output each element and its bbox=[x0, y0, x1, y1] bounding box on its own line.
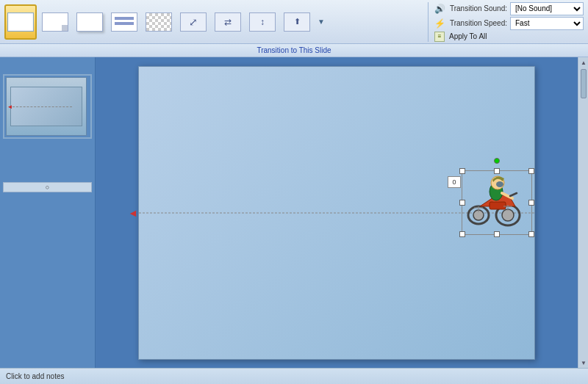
transition-btn-3[interactable] bbox=[74, 4, 106, 40]
transition-btn-1[interactable] bbox=[4, 4, 37, 40]
status-bar: Click to add notes bbox=[0, 368, 588, 384]
transition-btn-9[interactable]: ⬆ bbox=[281, 4, 313, 40]
main-slide: ◄ 0 bbox=[138, 66, 535, 360]
transition-btn-7[interactable]: ⇄ bbox=[212, 4, 244, 40]
transition-btn-6[interactable]: ⤢ bbox=[177, 4, 209, 40]
transition-btn-8[interactable]: ↕ bbox=[246, 4, 279, 40]
transition-scroll-right[interactable]: ▼ bbox=[315, 4, 327, 40]
subtitle-text: Transition to This Slide bbox=[257, 46, 331, 54]
status-text: Click to add notes bbox=[6, 372, 65, 380]
slide-panel-sidebar: ○ ◄ bbox=[0, 57, 96, 368]
resize-handle-bl[interactable] bbox=[459, 231, 465, 237]
scrollbar-thumb[interactable] bbox=[581, 69, 587, 98]
slide-thumbnail-panel[interactable]: ◄ bbox=[3, 74, 92, 139]
rotate-handle[interactable] bbox=[494, 158, 500, 164]
resize-handle-mr[interactable] bbox=[528, 200, 534, 206]
transition-btn-5[interactable] bbox=[143, 4, 175, 40]
transition-sound-row: 🔊 Transition Sound: [No Sound]ApplauseAr… bbox=[434, 2, 584, 15]
toolbar: ⤢ ⇄ ↕ ⬆ ▼ 🔊 Transition Sound: [No Sound]… bbox=[0, 0, 588, 44]
slide-editing-area[interactable]: ◄ 0 bbox=[96, 57, 578, 368]
main-area: ○ ◄ ◄ 0 bbox=[0, 57, 588, 368]
transition-btn-4[interactable] bbox=[108, 4, 140, 40]
resize-handle-bm[interactable] bbox=[494, 231, 500, 237]
motion-path-arrow: ◄ bbox=[128, 207, 138, 219]
apply-all-row[interactable]: ≡ Apply To All bbox=[434, 32, 584, 42]
subtitle-bar: Transition to This Slide bbox=[0, 44, 588, 57]
resize-handle-br[interactable] bbox=[528, 231, 534, 237]
transition-speed-row: ⚡ Transition Speed: SlowMediumFast bbox=[434, 17, 584, 30]
transition-speed-select[interactable]: SlowMediumFast bbox=[510, 17, 584, 30]
slide-thumbnail: ◄ bbox=[6, 77, 87, 136]
svg-point-7 bbox=[496, 181, 503, 187]
character-object[interactable] bbox=[464, 173, 528, 229]
transition-sound-label: Transition Sound: bbox=[450, 4, 507, 12]
animation-number-badge: 0 bbox=[448, 176, 461, 188]
left-tab: ○ bbox=[3, 182, 92, 192]
transition-speed-label: Transition Speed: bbox=[450, 19, 507, 27]
resize-handle-tr[interactable] bbox=[528, 168, 534, 174]
apply-all-label: Apply To All bbox=[449, 32, 487, 40]
vertical-scrollbar[interactable]: ▲ ▼ bbox=[579, 57, 588, 368]
svg-rect-4 bbox=[490, 202, 506, 209]
transition-sound-select[interactable]: [No Sound]ApplauseArrowBombBreezeCamera bbox=[510, 2, 584, 15]
svg-point-1 bbox=[502, 209, 514, 221]
transition-settings-panel: 🔊 Transition Sound: [No Sound]ApplauseAr… bbox=[428, 2, 584, 42]
toolbar-buttons: ⤢ ⇄ ↕ ⬆ ▼ bbox=[4, 4, 428, 40]
transition-btn-2[interactable] bbox=[39, 4, 71, 40]
apply-all-icon: ≡ bbox=[434, 32, 445, 42]
